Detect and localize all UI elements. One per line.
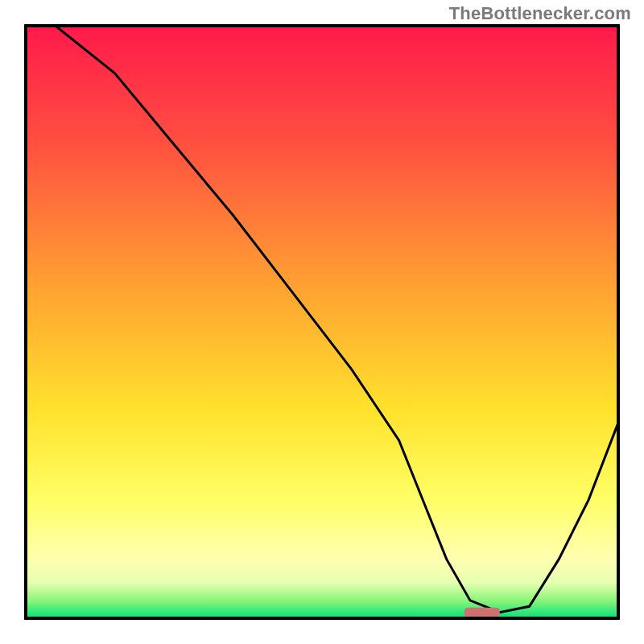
- min-marker: [464, 608, 500, 617]
- bottleneck-chart: [0, 0, 644, 644]
- chart-container: TheBottlenecker.com: [0, 0, 644, 644]
- plot-background: [26, 26, 618, 618]
